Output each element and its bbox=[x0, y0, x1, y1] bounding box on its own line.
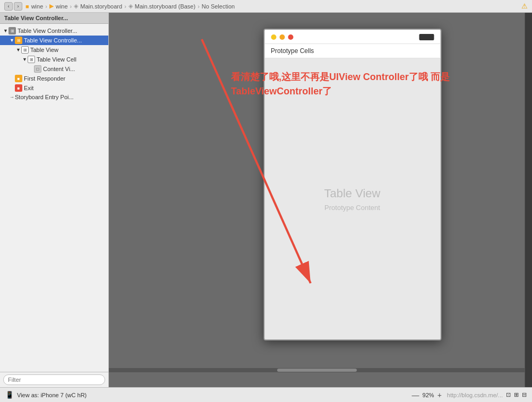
breadcrumb-storyboard-base[interactable]: Main.storyboard (Base) bbox=[135, 3, 195, 10]
tree-item-6[interactable]: ■ Exit bbox=[0, 83, 108, 93]
canvas-area[interactable]: → Prototype Cells Table View Protot bbox=[109, 13, 525, 387]
warning-icon: ⚠ bbox=[521, 2, 528, 10]
iphone-content: Table View Prototype Content bbox=[264, 58, 440, 339]
breadcrumb-storyboard[interactable]: Main.storyboard bbox=[80, 3, 122, 10]
tree-label-5: First Responder bbox=[24, 75, 65, 82]
view-as-label: View as: iPhone 7 (wC hR) bbox=[17, 392, 87, 398]
tree-item-5[interactable]: ■ First Responder bbox=[0, 74, 108, 83]
iphone-mockup: Prototype Cells Table View Prototype Con… bbox=[263, 29, 441, 340]
table-vc-icon-0: ⊞ bbox=[8, 27, 16, 34]
tree-item-4[interactable]: □ Content Vi... bbox=[0, 64, 108, 74]
iphone-dots bbox=[271, 34, 293, 40]
breadcrumb-wine1[interactable]: wine bbox=[31, 3, 44, 10]
exit-icon: ■ bbox=[15, 84, 22, 92]
zoom-plus-button[interactable]: + bbox=[437, 391, 442, 399]
fit-button[interactable]: ⊡ bbox=[506, 391, 511, 398]
iphone-frame: Prototype Cells Table View Prototype Con… bbox=[263, 29, 441, 340]
back-button[interactable]: ‹ bbox=[4, 2, 13, 11]
folder-icon: ▶ bbox=[49, 3, 54, 10]
bottom-bar-right: http://blog.csdn.me/... ⊡ ⊞ ⊟ bbox=[447, 391, 527, 398]
tree-item-1[interactable]: ▼ ⊞ Table View Controlle... bbox=[0, 36, 108, 45]
battery-icon bbox=[419, 34, 434, 40]
right-panel bbox=[525, 13, 532, 387]
tree-item-7[interactable]: → Storyboard Entry Poi... bbox=[0, 93, 108, 101]
sidebar: Table View Controller... ▼ ⊞ Table View … bbox=[0, 13, 109, 387]
project-icon: ■ bbox=[25, 3, 29, 10]
prototype-cells-bar: Prototype Cells bbox=[264, 44, 440, 58]
sidebar-tree[interactable]: ▼ ⊞ Table View Controller... ▼ ⊞ Table V… bbox=[0, 24, 108, 372]
breadcrumb-wine2[interactable]: wine bbox=[56, 3, 68, 10]
tree-label-7: Storyboard Entry Poi... bbox=[15, 94, 74, 100]
watermark-label: http://blog.csdn.me/... bbox=[447, 392, 503, 398]
phone-icon[interactable]: 📱 bbox=[5, 391, 14, 399]
content-view-icon: □ bbox=[34, 65, 41, 73]
dot-yellow bbox=[271, 34, 276, 40]
zoom-minus-button[interactable]: — bbox=[412, 391, 419, 399]
iphone-top-bar bbox=[264, 30, 440, 44]
dot-orange bbox=[279, 34, 285, 40]
tree-label-0: Table View Controller... bbox=[18, 28, 77, 34]
main-area: Table View Controller... ▼ ⊞ Table View … bbox=[0, 13, 532, 387]
table-vc-icon-1: ⊞ bbox=[15, 37, 22, 44]
nav-buttons[interactable]: ‹ › bbox=[4, 2, 22, 11]
table-cell-icon: ⊞ bbox=[28, 56, 35, 63]
table-view-label: Table View bbox=[324, 187, 381, 200]
tree-label-3: Table View Cell bbox=[37, 56, 76, 63]
dot-red bbox=[288, 34, 293, 40]
arrow-icon-3: ▼ bbox=[22, 57, 28, 62]
arrow-icon-7: → bbox=[10, 94, 15, 100]
sidebar-header: Table View Controller... bbox=[0, 13, 108, 24]
zoom-level-label: 92% bbox=[423, 392, 434, 398]
bottom-bar: 📱 View as: iPhone 7 (wC hR) — 92% + http… bbox=[0, 387, 532, 402]
prototype-content-label: Prototype Content bbox=[324, 204, 380, 212]
first-responder-icon: ■ bbox=[15, 75, 22, 82]
tree-label-4: Content Vi... bbox=[43, 66, 75, 72]
tree-label-1: Table View Controlle... bbox=[24, 37, 82, 43]
tree-item-0[interactable]: ▼ ⊞ Table View Controller... bbox=[0, 26, 108, 36]
arrow-icon-0: ▼ bbox=[3, 28, 8, 33]
top-bar: ‹ › ■ wine › ▶ wine › ◈ Main.storyboard … bbox=[0, 0, 532, 13]
tree-label-2: Table View bbox=[30, 47, 58, 53]
table-view-icon: ⊞ bbox=[21, 46, 29, 54]
breadcrumb-no-selection: No Selection bbox=[202, 3, 235, 10]
arrow-icon-2: ▼ bbox=[16, 47, 21, 53]
tree-label-6: Exit bbox=[24, 85, 33, 91]
tree-item-2[interactable]: ▼ ⊞ Table View bbox=[0, 45, 108, 55]
scrollbar-thumb[interactable] bbox=[277, 369, 357, 372]
prototype-cells-label: Prototype Cells bbox=[271, 47, 314, 55]
bottom-bar-center: — 92% + bbox=[412, 391, 442, 399]
filter-input[interactable] bbox=[3, 374, 105, 385]
forward-button[interactable]: › bbox=[14, 2, 22, 11]
grid-button[interactable]: ⊟ bbox=[522, 391, 527, 398]
storyboard-icon: ◈ bbox=[74, 3, 78, 10]
bottom-bar-left: 📱 View as: iPhone 7 (wC hR) bbox=[5, 391, 87, 399]
sidebar-footer bbox=[0, 372, 108, 387]
breadcrumb: ■ wine › ▶ wine › ◈ Main.storyboard › ◈ … bbox=[25, 3, 235, 10]
storyboard-base-icon: ◈ bbox=[128, 3, 133, 10]
tree-item-3[interactable]: ▼ ⊞ Table View Cell bbox=[0, 55, 108, 64]
sidebar-title: Table View Controller... bbox=[4, 15, 68, 21]
layout-button[interactable]: ⊞ bbox=[514, 391, 519, 398]
arrow-icon-1: ▼ bbox=[10, 38, 15, 43]
horizontal-scrollbar[interactable] bbox=[109, 368, 525, 372]
